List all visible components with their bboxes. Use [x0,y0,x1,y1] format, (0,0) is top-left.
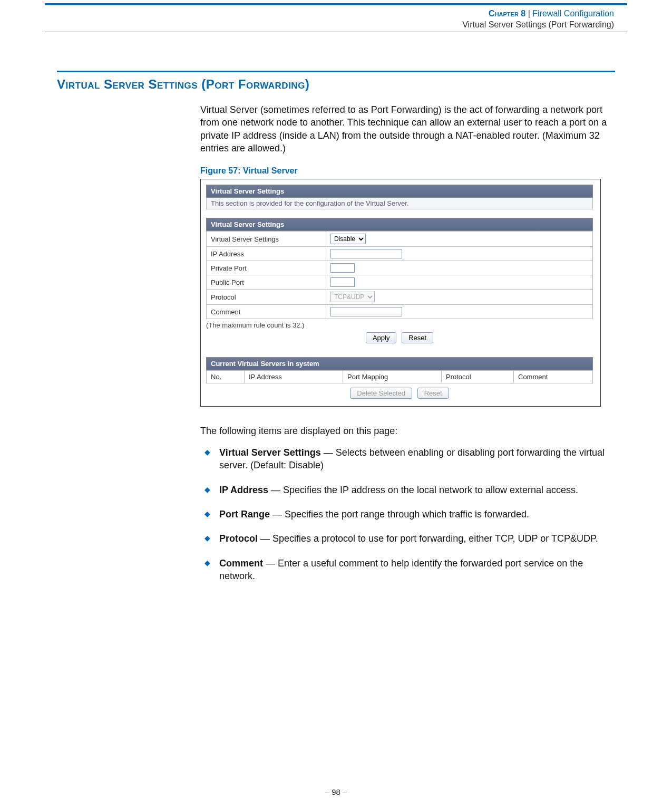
protocol-label: Protocol [207,290,326,305]
item-desc: — Specifies a protocol to use for port f… [258,533,598,544]
item-term: IP Address [219,485,268,495]
comment-label: Comment [207,305,326,319]
following-intro: The following items are displayed on thi… [200,426,614,437]
col-ip: IP Address [245,371,343,383]
page-header: Chapter 8 | Firewall Configuration Virtu… [462,8,614,31]
list-item: Protocol — Specifies a protocol to use f… [200,532,614,545]
item-desc: — Specifies the port range through which… [270,509,529,520]
current-servers-header: Current Virtual Servers in system [206,357,593,370]
item-list: Virtual Server Settings — Selects betwee… [200,446,614,582]
list-item: IP Address — Specifies the IP address on… [200,484,614,496]
item-term: Port Range [219,509,270,520]
form-header: Virtual Server Settings [206,218,593,231]
current-servers-table: No. IP Address Port Mapping Protocol Com… [206,370,593,383]
vss-label: Virtual Server Settings [207,232,326,247]
protocol-select[interactable]: TCP&UDP [330,292,375,302]
col-comment: Comment [514,371,593,383]
ip-label: IP Address [207,247,326,261]
section-title: Virtual Server Settings (Port Forwarding… [57,77,309,92]
list-item: Comment — Enter a useful comment to help… [200,557,614,583]
header-rule [45,32,627,32]
list-item: Virtual Server Settings — Selects betwee… [200,446,614,472]
list-item: Port Range — Specifies the port range th… [200,508,614,521]
intro-paragraph: Virtual Server (sometimes referred to as… [200,103,614,155]
header-title: Firewall Configuration [532,9,614,18]
page-number: – 98 – [0,787,672,796]
private-port-label: Private Port [207,261,326,275]
section-rule [57,71,615,72]
comment-input[interactable] [330,307,402,316]
item-desc: — Specifies the IP address on the local … [268,485,578,495]
reset-list-button[interactable]: Reset [417,388,449,399]
item-term: Virtual Server Settings [219,447,321,458]
public-port-input[interactable] [330,277,355,287]
item-term: Protocol [219,533,258,544]
header-separator: | [525,9,532,18]
reset-button[interactable]: Reset [402,332,433,343]
item-term: Comment [219,558,263,569]
col-port-mapping: Port Mapping [343,371,442,383]
public-port-label: Public Port [207,275,326,290]
col-protocol: Protocol [442,371,514,383]
settings-form-table: Virtual Server Settings Disable IP Addre… [206,231,593,319]
panel-description: This section is provided for the configu… [206,198,593,209]
apply-button[interactable]: Apply [366,332,397,343]
col-no: No. [207,371,245,383]
private-port-input[interactable] [330,263,355,273]
vss-select[interactable]: Disable [330,234,366,244]
item-desc: — Enter a useful comment to help identif… [219,558,583,581]
top-rule [45,3,627,5]
figure-caption: Figure 57: Virtual Server [200,166,614,176]
chapter-label: Chapter 8 [489,9,525,18]
ip-input[interactable] [330,249,402,258]
figure-screenshot: Virtual Server Settings This section is … [200,179,601,407]
header-subtitle: Virtual Server Settings (Port Forwarding… [462,20,614,31]
panel-title-bar: Virtual Server Settings [206,185,593,198]
max-rule-note: (The maximum rule count is 32.) [206,321,593,329]
delete-selected-button[interactable]: Delete Selected [350,388,412,399]
